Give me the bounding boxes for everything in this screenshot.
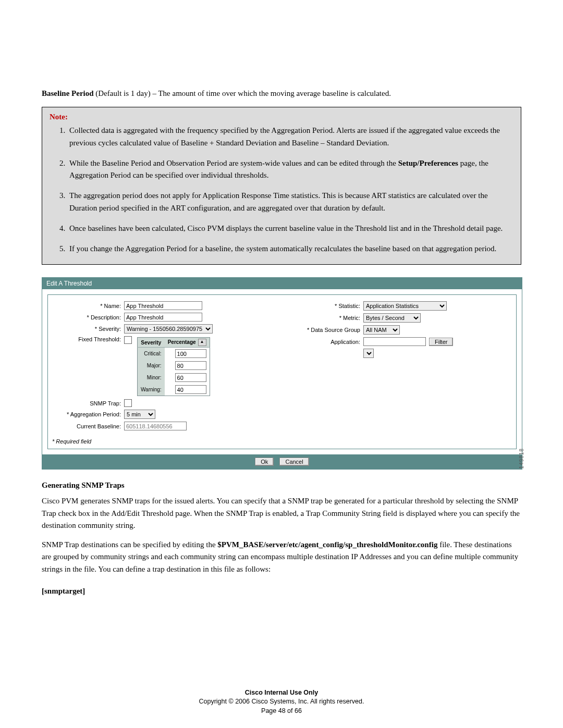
page-footer: Cisco Internal Use Only Copyright © 2006…: [0, 688, 563, 716]
statistic-select[interactable]: Application Statistics: [363, 301, 447, 311]
table-row: Major:: [138, 360, 210, 372]
dialog-left-column: * Name: * Description: * Severity: Warni…: [48, 295, 282, 436]
application-input[interactable]: [363, 337, 426, 346]
table-row: Minor:: [138, 372, 210, 384]
heading-generating-snmp-traps: Generating SNMP Traps: [42, 481, 521, 490]
application-select[interactable]: [363, 349, 374, 358]
aggregation-period-select[interactable]: 5 min: [124, 410, 155, 419]
note-box: Note: Collected data is aggregated with …: [42, 107, 521, 265]
description-label: * Description:: [53, 314, 124, 320]
note-title: Note:: [50, 113, 513, 121]
ok-button[interactable]: Ok: [255, 458, 274, 466]
statistic-label: * Statistic:: [287, 303, 363, 309]
metric-label: * Metric:: [287, 315, 363, 321]
table-row: Critical:: [138, 348, 210, 360]
severity-table: Severity Percentage▲ Critical: Major: Mi…: [137, 337, 210, 396]
critical-input[interactable]: [175, 349, 206, 358]
data-source-group-select[interactable]: All NAM: [363, 325, 400, 335]
severity-label: * Severity:: [53, 326, 124, 332]
note-list: Collected data is aggregated with the fr…: [50, 125, 513, 255]
note-item: While the Baseline Period and Observatio…: [67, 157, 513, 182]
dialog-title: Edit A Threshold: [42, 278, 522, 289]
name-label: * Name:: [53, 303, 124, 309]
aggregation-period-label: * Aggregation Period:: [53, 411, 124, 417]
severity-select[interactable]: Warning - 1550560.28590975: [124, 324, 213, 334]
metric-select[interactable]: Bytes / Second: [363, 313, 421, 323]
filter-button[interactable]: Filter: [429, 338, 453, 346]
data-source-group-label: * Data Source Group: [287, 327, 363, 333]
footer-line-1: Cisco Internal Use Only: [0, 688, 563, 698]
description-input[interactable]: [124, 313, 202, 322]
pct-col-header: Percentage▲: [165, 338, 210, 348]
dialog-button-bar: Ok Cancel: [42, 454, 522, 469]
intro-paragraph: Baseline Period (Default is 1 day) – The…: [42, 88, 521, 100]
application-label: Application:: [287, 339, 363, 345]
minor-input[interactable]: [175, 373, 206, 382]
paragraph-snmp-2: SNMP Trap destinations can be specified …: [42, 539, 521, 575]
current-baseline-label: Current Baseline:: [53, 423, 124, 429]
sort-icon[interactable]: ▲: [198, 339, 206, 346]
heading-snmptarget: [snmptarget]: [42, 587, 521, 596]
intro-rest: (Default is 1 day) – The amount of time …: [94, 89, 391, 97]
note-item: Once baselines have been calculated, Cis…: [67, 223, 513, 235]
sev-col-header: Severity: [138, 338, 165, 348]
footer-line-3: Page 48 of 66: [0, 707, 563, 716]
cancel-button[interactable]: Cancel: [279, 458, 309, 466]
dialog-right-column: * Statistic: Application Statistics * Me…: [282, 295, 516, 436]
note-item: If you change the Aggregation Period for…: [67, 243, 513, 255]
warning-input[interactable]: [175, 385, 206, 394]
table-row: Warning:: [138, 384, 210, 396]
name-input[interactable]: [124, 301, 202, 310]
footer-line-2: Copyright © 2006 Cisco Systems, Inc. All…: [0, 697, 563, 707]
note-item: Collected data is aggregated with the fr…: [67, 125, 513, 149]
snmp-trap-checkbox[interactable]: [124, 399, 132, 407]
current-baseline-value: [124, 422, 187, 430]
figure-edit-threshold: Edit A Threshold * Name: * Description:: [42, 277, 521, 470]
major-input[interactable]: [175, 361, 206, 370]
intro-bold: Baseline Period: [42, 89, 94, 97]
snmp-trap-label: SNMP Trap:: [53, 400, 124, 406]
fixed-threshold-checkbox[interactable]: [124, 336, 132, 344]
paragraph-snmp-1: Cisco PVM generates SNMP traps for the i…: [42, 495, 521, 532]
fixed-threshold-label: Fixed Threshold:: [53, 336, 124, 342]
note-item: The aggregation period does not apply fo…: [67, 190, 513, 214]
figure-id: 149818: [519, 448, 524, 468]
required-field-note: * Required field: [48, 436, 516, 449]
